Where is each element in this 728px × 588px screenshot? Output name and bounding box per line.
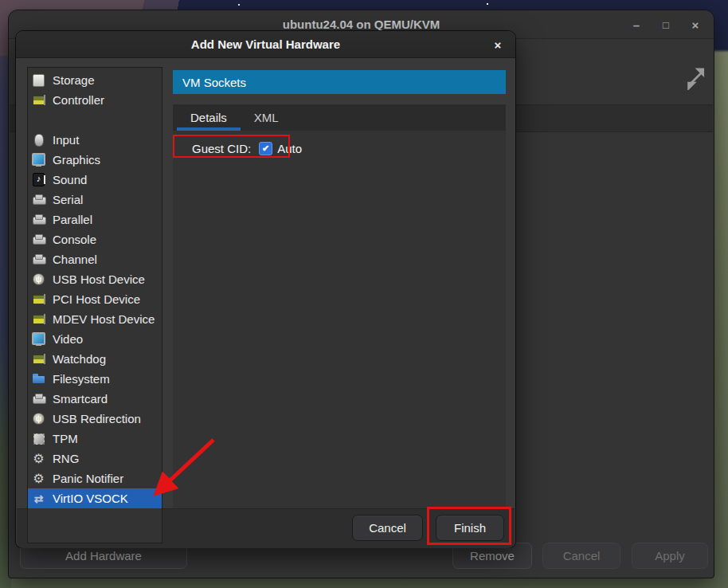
sidebar-item-panic-notifier[interactable]: Panic Notifier bbox=[28, 468, 162, 488]
sound-icon bbox=[32, 173, 45, 186]
sidebar-item-label: Smartcard bbox=[53, 392, 108, 406]
sidebar-item-label: Filesystem bbox=[53, 372, 110, 386]
sidebar-item-usb-redirection[interactable]: USB Redirection bbox=[28, 409, 162, 429]
serial-port-icon bbox=[32, 233, 45, 246]
vm-window-title: ubuntu24.04 on QEMU/KVM bbox=[283, 18, 440, 31]
sidebar-item-graphics[interactable]: Graphics bbox=[28, 150, 162, 170]
dialog-title: Add New Virtual Hardware bbox=[191, 37, 340, 51]
sidebar-item-label: Parallel bbox=[53, 213, 92, 226]
sidebar-item-label: USB Redirection bbox=[53, 412, 141, 425]
sidebar-item-label: Sound bbox=[53, 173, 87, 186]
minimize-icon[interactable]: – bbox=[629, 15, 644, 34]
pci-card-icon bbox=[32, 93, 45, 107]
mouse-icon bbox=[32, 133, 45, 147]
guest-cid-row: Guest CID: Auto bbox=[192, 137, 302, 159]
dialog-titlebar[interactable]: Add New Virtual Hardware × bbox=[16, 31, 515, 58]
panel-tabbar: DetailsXML bbox=[173, 104, 506, 131]
panel-content: Guest CID: Auto bbox=[173, 131, 506, 508]
panel-header: VM Sockets bbox=[173, 70, 506, 94]
serial-port-icon bbox=[32, 392, 45, 406]
cancel-button[interactable]: Cancel bbox=[352, 515, 423, 541]
tab-details[interactable]: Details bbox=[177, 104, 241, 131]
guest-cid-label: Guest CID: bbox=[192, 142, 251, 155]
fullscreen-expand-icon[interactable] bbox=[684, 66, 708, 90]
sidebar-item-input[interactable]: Input bbox=[28, 130, 162, 150]
serial-port-icon bbox=[32, 213, 45, 226]
sidebar-item-label: RNG bbox=[53, 452, 79, 465]
sidebar-item-storage[interactable]: Storage bbox=[28, 70, 162, 90]
close-icon[interactable]: × bbox=[688, 15, 703, 34]
sidebar-item-label: MDEV Host Device bbox=[53, 312, 155, 326]
sidebar-item-rng[interactable]: RNG bbox=[28, 449, 162, 468]
sidebar-item-virtio-vsock[interactable]: VirtIO VSOCK bbox=[28, 488, 162, 508]
pci-card-icon bbox=[32, 312, 45, 326]
sidebar-item-label: Input bbox=[53, 133, 79, 147]
serial-port-icon bbox=[32, 253, 45, 266]
cancel-button[interactable]: Cancel bbox=[542, 543, 620, 569]
sidebar-item-controller[interactable]: Controller bbox=[28, 90, 162, 110]
sidebar-item-label: VirtIO VSOCK bbox=[53, 492, 128, 505]
gear-icon bbox=[32, 452, 45, 465]
dialog-close-icon[interactable]: × bbox=[488, 31, 507, 58]
sidebar-item-watchdog[interactable]: Watchdog bbox=[28, 349, 162, 369]
sync-arrows-icon bbox=[32, 492, 45, 505]
sidebar-item-filesystem[interactable]: Filesystem bbox=[28, 369, 162, 389]
sidebar-item-smartcard[interactable]: Smartcard bbox=[28, 389, 162, 409]
sidebar-item-label: Controller bbox=[53, 93, 104, 107]
tab-xml[interactable]: XML bbox=[241, 104, 292, 131]
sidebar-item-mdev-host-device[interactable]: MDEV Host Device bbox=[28, 309, 162, 329]
sidebar-item-label: PCI Host Device bbox=[53, 292, 140, 306]
sidebar-spacer bbox=[28, 110, 162, 130]
maximize-icon[interactable]: □ bbox=[659, 15, 673, 34]
sidebar-item-serial[interactable]: Serial bbox=[28, 190, 162, 210]
sidebar-item-pci-host-device[interactable]: PCI Host Device bbox=[28, 289, 162, 309]
gear-icon bbox=[32, 472, 45, 485]
sidebar-item-label: Video bbox=[53, 332, 83, 346]
folder-icon bbox=[32, 372, 45, 386]
sidebar-item-parallel[interactable]: Parallel bbox=[28, 210, 162, 229]
sidebar-item-label: TPM bbox=[53, 432, 78, 445]
sidebar-item-usb-host-device[interactable]: USB Host Device bbox=[28, 269, 162, 289]
sidebar-item-label: Panic Notifier bbox=[53, 472, 123, 485]
chip-icon bbox=[32, 432, 45, 445]
auto-checkbox[interactable] bbox=[259, 142, 272, 155]
sidebar-item-label: USB Host Device bbox=[53, 272, 145, 286]
sidebar-item-tpm[interactable]: TPM bbox=[28, 429, 162, 449]
sidebar-item-label: Serial bbox=[53, 193, 83, 206]
sidebar-item-channel[interactable]: Channel bbox=[28, 249, 162, 269]
disk-icon bbox=[32, 73, 45, 87]
usb-icon bbox=[32, 272, 45, 286]
sidebar-item-sound[interactable]: Sound bbox=[28, 170, 162, 190]
add-hardware-dialog: Add New Virtual Hardware × StorageContro… bbox=[15, 30, 516, 548]
apply-button[interactable]: Apply bbox=[632, 543, 708, 569]
sidebar-item-console[interactable]: Console bbox=[28, 229, 162, 249]
monitor-icon bbox=[32, 153, 45, 167]
pci-card-icon bbox=[32, 352, 45, 366]
auto-checkbox-label: Auto bbox=[277, 142, 302, 155]
window-controls: – □ × bbox=[629, 10, 703, 39]
sidebar-item-label: Console bbox=[53, 233, 96, 246]
pci-card-icon bbox=[32, 292, 45, 306]
sidebar-item-label: Storage bbox=[53, 73, 95, 87]
sidebar-item-label: Graphics bbox=[53, 153, 100, 167]
serial-port-icon bbox=[32, 193, 45, 206]
panel-header-label: VM Sockets bbox=[182, 76, 246, 89]
finish-button[interactable]: Finish bbox=[436, 515, 504, 541]
monitor-icon bbox=[32, 332, 45, 346]
sidebar-item-label: Watchdog bbox=[53, 352, 106, 366]
hardware-type-list: StorageControllerInputGraphicsSoundSeria… bbox=[27, 67, 162, 543]
sidebar-item-video[interactable]: Video bbox=[28, 329, 162, 349]
usb-icon bbox=[32, 412, 45, 425]
sidebar-item-label: Channel bbox=[53, 253, 97, 266]
